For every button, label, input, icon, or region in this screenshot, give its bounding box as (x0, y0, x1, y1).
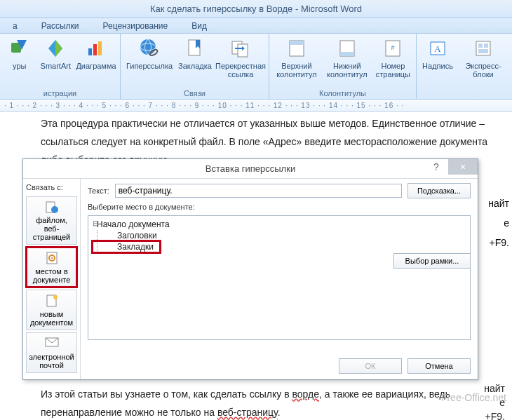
link-to-place-button[interactable]: местом в документе (26, 247, 77, 287)
footer-icon (336, 37, 358, 60)
cancel-button[interactable]: Отмена (407, 358, 471, 374)
crossref-icon (229, 37, 252, 60)
svg-text:#: # (391, 44, 395, 51)
text-label: Текст: (88, 187, 109, 195)
window-title: Как сделать гиперссылку в Ворде - Micros… (0, 0, 512, 18)
shapes-icon (8, 37, 31, 60)
svg-rect-9 (238, 44, 248, 57)
document-places-tree[interactable]: Начало документа Заголовки Закладки (88, 215, 471, 340)
chart-button[interactable]: Диаграмма (76, 36, 116, 72)
svg-rect-3 (98, 41, 102, 55)
hint-button[interactable]: Подсказка... (407, 183, 471, 198)
link-to-file-button[interactable]: файлом, веб-страницей (26, 196, 77, 245)
globe-link-icon (138, 37, 161, 60)
dialog-title: Вставка гиперссылки ? × (23, 159, 478, 179)
svg-point-4 (140, 39, 156, 55)
svg-rect-21 (478, 49, 488, 53)
footer-button[interactable]: Нижний колонтитул (324, 36, 370, 80)
svg-text:A: A (434, 43, 441, 54)
smartart-icon (44, 37, 67, 60)
bookmark-button[interactable]: Закладка (178, 36, 212, 80)
link-to-newdoc-button[interactable]: новым документом (26, 290, 77, 330)
new-doc-icon (45, 294, 59, 308)
chart-icon (85, 37, 107, 60)
svg-rect-11 (290, 41, 304, 45)
smartart-button[interactable]: SmartArt (39, 36, 72, 72)
tab-review[interactable]: Рецензирование (100, 18, 171, 33)
svg-rect-20 (484, 43, 488, 48)
link-with-label: Связать с: (26, 182, 77, 194)
place-in-doc-icon (45, 251, 59, 265)
svg-point-23 (51, 206, 58, 213)
pagenum-icon: # (382, 37, 404, 60)
textbox-button[interactable]: A Надпись (421, 36, 454, 80)
quickparts-icon (472, 37, 494, 60)
svg-rect-2 (93, 44, 97, 55)
tab-mailings[interactable]: Рассылки (39, 18, 82, 33)
group-illustrations-label: истрации (4, 89, 116, 99)
horizontal-ruler: · 1 · · · 2 · · · 3 · · · 4 · · · 5 · · … (0, 100, 512, 112)
hyperlink-button[interactable]: Гиперссылка (125, 36, 174, 80)
shapes-button[interactable]: уры (4, 36, 35, 72)
ribbon-tabs: а Рассылки Рецензирование Вид (0, 18, 512, 34)
text-input[interactable] (115, 184, 402, 198)
group-headerfooter-label: Колонтитулы (274, 89, 412, 99)
frame-button[interactable]: Выбор рамки... (393, 253, 471, 269)
watermark: Free-Office.net (441, 392, 506, 403)
svg-rect-1 (88, 48, 92, 55)
file-web-icon (45, 200, 59, 214)
link-to-bar: Связать с: файлом, веб-страницей местом … (23, 179, 81, 379)
quickparts-button[interactable]: Экспресс-блоки (459, 36, 508, 80)
link-to-email-button[interactable]: электронной почтой (26, 332, 77, 373)
tab-partial[interactable]: а (10, 18, 20, 33)
help-button[interactable]: ? (427, 159, 445, 175)
crossref-button[interactable]: Перекрестная ссылка (216, 36, 265, 80)
insert-hyperlink-dialog: Вставка гиперссылки ? × Связать с: файло… (22, 158, 478, 380)
svg-rect-19 (478, 43, 483, 48)
svg-point-28 (53, 295, 58, 299)
tree-root[interactable]: Начало документа (93, 219, 466, 230)
select-place-label: Выберите место в документе: (88, 203, 195, 211)
tree-bookmarks[interactable]: Закладки (117, 241, 466, 252)
tree-headings[interactable]: Заголовки (117, 230, 466, 241)
tab-view[interactable]: Вид (189, 18, 210, 33)
svg-rect-13 (340, 52, 354, 56)
group-links-label: Связи (125, 89, 264, 99)
bookmark-icon (184, 37, 206, 60)
textbox-icon: A (426, 37, 449, 60)
header-icon (285, 37, 308, 60)
email-icon (45, 337, 59, 351)
pagenum-button[interactable]: # Номер страницы (375, 36, 412, 80)
svg-rect-26 (51, 257, 53, 259)
ok-button: ОК (339, 358, 402, 374)
close-button[interactable]: × (448, 159, 478, 175)
header-button[interactable]: Верхний колонтитул (274, 36, 320, 80)
ribbon: уры SmartArt Диаграмма истрации (0, 34, 512, 100)
